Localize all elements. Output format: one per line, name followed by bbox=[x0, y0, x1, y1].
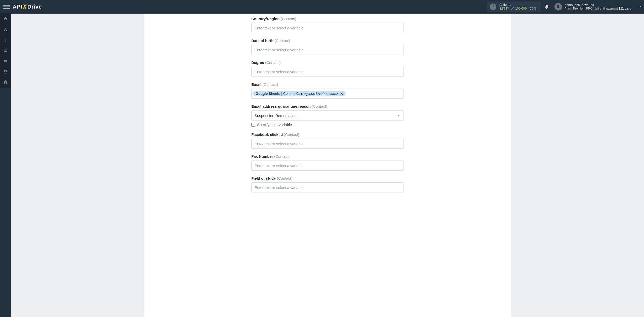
user-icon bbox=[556, 5, 560, 9]
country-input-wrap bbox=[251, 23, 404, 33]
logo-part-x: X bbox=[23, 3, 27, 10]
briefcase-icon bbox=[3, 48, 8, 53]
degree-input[interactable] bbox=[255, 67, 400, 76]
label-text: Field of study bbox=[251, 176, 276, 180]
user-plan-line: Plan | Premium PRO | left until payment … bbox=[565, 7, 631, 10]
specify-as-variable-row[interactable]: Specify as a variable bbox=[251, 123, 404, 127]
home-icon bbox=[3, 17, 8, 21]
fbclick-input[interactable] bbox=[255, 139, 400, 148]
field-fax: Fax Number (Contact) bbox=[251, 154, 404, 171]
field-label: Email address quarantine reason (Contact… bbox=[251, 104, 404, 108]
logo-part-api: API bbox=[13, 4, 22, 10]
page-scroll[interactable]: Country/Region (Contact) Date of birth (… bbox=[11, 14, 644, 317]
side-rail bbox=[0, 14, 11, 317]
fax-input-wrap bbox=[251, 161, 404, 171]
actions-of: of bbox=[511, 7, 514, 10]
sitemap-icon bbox=[3, 27, 8, 32]
youtube-icon bbox=[3, 59, 8, 63]
variable-token[interactable]: Google Sheets | Column C: «mgilbert@yaho… bbox=[253, 91, 346, 96]
label-text: Country/Region bbox=[251, 17, 280, 21]
avatar bbox=[554, 3, 562, 11]
study-input[interactable] bbox=[255, 183, 400, 192]
notifications-button[interactable] bbox=[544, 4, 553, 9]
top-bar: API X Drive i Actions: 22'137 of 100'000… bbox=[0, 0, 644, 14]
fax-input[interactable] bbox=[255, 161, 400, 170]
rail-account[interactable] bbox=[0, 66, 11, 77]
label-suffix: (Contact) bbox=[275, 38, 290, 43]
actions-label: Actions: bbox=[499, 3, 537, 7]
field-email: Email (Contact) Google Sheets | Column C… bbox=[251, 82, 404, 99]
label-suffix: (Contact) bbox=[281, 17, 296, 21]
study-input-wrap bbox=[251, 182, 404, 192]
label-suffix: (Contact) bbox=[277, 176, 293, 180]
user-name: demo_apix-drive_s3 bbox=[565, 3, 631, 7]
field-label: Country/Region (Contact) bbox=[251, 17, 404, 21]
label-suffix: (Contact) bbox=[265, 60, 281, 65]
form-card: Country/Region (Contact) Date of birth (… bbox=[144, 14, 511, 317]
svg-rect-2 bbox=[6, 30, 7, 31]
chevron-down-icon bbox=[397, 114, 400, 117]
svg-rect-0 bbox=[5, 28, 6, 28]
rail-video[interactable] bbox=[0, 56, 11, 66]
dob-input[interactable] bbox=[255, 45, 400, 55]
menu-toggle-button[interactable] bbox=[3, 3, 10, 10]
field-dob: Date of birth (Contact) bbox=[251, 38, 404, 55]
bell-icon bbox=[544, 4, 549, 9]
field-label: Date of birth (Contact) bbox=[251, 38, 404, 43]
field-fbclick: Facebook click id (Contact) bbox=[251, 132, 404, 149]
question-icon bbox=[3, 80, 8, 85]
field-label: Degree (Contact) bbox=[251, 60, 404, 65]
user-text: demo_apix-drive_s3 Plan | Premium PRO | … bbox=[565, 3, 631, 11]
rail-billing[interactable] bbox=[0, 35, 11, 45]
token-column: Column C: bbox=[283, 92, 300, 96]
token-sep: | bbox=[281, 92, 282, 96]
quarantine-select[interactable]: Suspension Remediation bbox=[251, 110, 404, 121]
form: Country/Region (Contact) Date of birth (… bbox=[251, 17, 404, 192]
rail-briefcase[interactable] bbox=[0, 45, 11, 56]
field-country: Country/Region (Contact) bbox=[251, 17, 404, 33]
rail-connections[interactable] bbox=[0, 24, 11, 35]
svg-rect-1 bbox=[4, 30, 5, 31]
label-text: Date of birth bbox=[251, 38, 273, 43]
label-suffix: (Contact) bbox=[312, 104, 327, 108]
field-degree: Degree (Contact) bbox=[251, 60, 404, 77]
specify-as-variable-checkbox[interactable] bbox=[251, 123, 255, 127]
logo[interactable]: API X Drive bbox=[13, 3, 42, 10]
label-suffix: (Contact) bbox=[284, 132, 299, 137]
user-menu-button[interactable]: demo_apix-drive_s3 Plan | Premium PRO | … bbox=[554, 3, 641, 11]
field-study: Field of study (Contact) bbox=[251, 176, 404, 192]
country-input[interactable] bbox=[255, 23, 400, 33]
token-source: Google Sheets bbox=[256, 92, 280, 96]
field-label: Field of study (Contact) bbox=[251, 176, 404, 180]
dob-input-wrap bbox=[251, 45, 404, 55]
logo-part-drive: Drive bbox=[27, 4, 42, 10]
fbclick-input-wrap bbox=[251, 139, 404, 149]
label-suffix: (Contact) bbox=[262, 82, 278, 87]
rail-help[interactable] bbox=[0, 77, 11, 88]
info-icon: i bbox=[490, 4, 496, 10]
checkbox-label: Specify as a variable bbox=[257, 123, 292, 127]
actions-used: 22'137 bbox=[499, 7, 509, 10]
user-circle-icon bbox=[3, 69, 8, 74]
email-input[interactable]: Google Sheets | Column C: «mgilbert@yaho… bbox=[251, 89, 404, 99]
chevron-down-icon bbox=[638, 5, 641, 9]
degree-input-wrap bbox=[251, 67, 404, 77]
dollar-icon bbox=[4, 38, 7, 42]
actions-pct: (22%) bbox=[529, 7, 538, 10]
field-label: Fax Number (Contact) bbox=[251, 154, 404, 158]
actions-quota-text: Actions: 22'137 of 100'000 (22%) bbox=[499, 3, 537, 11]
label-suffix: (Contact) bbox=[274, 154, 290, 158]
label-text: Email address quarantine reason bbox=[251, 104, 311, 108]
label-text: Fax Number bbox=[251, 154, 273, 158]
field-label: Email (Contact) bbox=[251, 82, 404, 87]
token-remove-button[interactable]: ✕ bbox=[340, 92, 343, 96]
label-text: Degree bbox=[251, 60, 264, 65]
actions-total: 100'000 bbox=[515, 7, 527, 10]
field-label: Facebook click id (Contact) bbox=[251, 132, 404, 137]
field-quarantine: Email address quarantine reason (Contact… bbox=[251, 104, 404, 127]
select-value: Suspension Remediation bbox=[255, 113, 297, 118]
token-value: «mgilbert@yahoo.com» bbox=[301, 92, 338, 96]
actions-quota-box[interactable]: i Actions: 22'137 of 100'000 (22%) bbox=[487, 2, 541, 12]
label-text: Email bbox=[251, 82, 261, 87]
rail-home[interactable] bbox=[0, 14, 11, 24]
